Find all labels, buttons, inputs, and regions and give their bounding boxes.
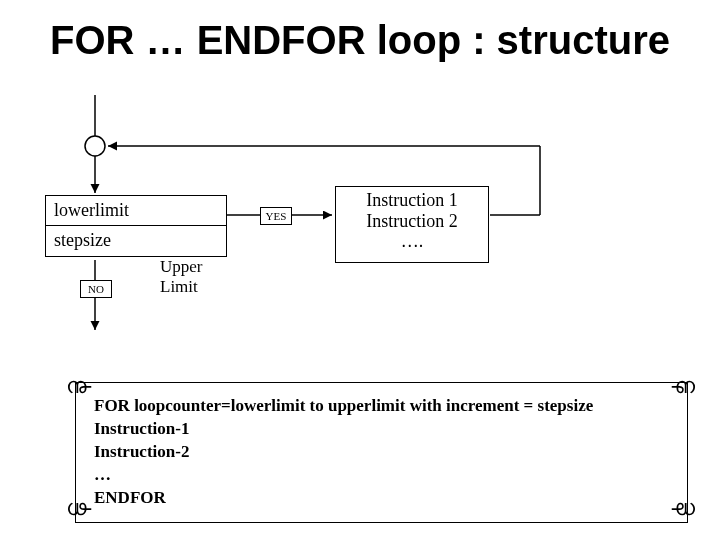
code-panel: FOR loopcounter=lowerlimit to upperlimit… [75, 382, 688, 523]
lowerlimit-label: lowerlimit [54, 200, 129, 221]
scroll-curl-icon: ൹ [66, 497, 91, 523]
instruction-ellipsis: …. [336, 231, 488, 252]
svg-point-1 [85, 136, 105, 156]
code-line-2: Instruction-1 [94, 418, 669, 441]
code-line-4: … [94, 464, 669, 487]
yes-label: YES [260, 207, 292, 225]
upper-limit-label: Upper Limit [160, 257, 202, 296]
instruction-1: Instruction 1 [336, 190, 488, 211]
stepsize-label: stepsize [54, 230, 111, 251]
scroll-curl-icon: ൹ [672, 373, 697, 399]
scroll-curl-icon: ൹ [672, 497, 697, 523]
instructions-box: Instruction 1 Instruction 2 …. [335, 186, 489, 263]
loop-parameter-box: lowerlimit stepsize [45, 195, 227, 257]
code-line-1: FOR loopcounter=lowerlimit to upperlimit… [94, 395, 669, 418]
code-line-3: Instruction-2 [94, 441, 669, 464]
instruction-2: Instruction 2 [336, 211, 488, 232]
no-label: NO [80, 280, 112, 298]
code-line-5: ENDFOR [94, 487, 669, 510]
scroll-curl-icon: ൹ [66, 373, 91, 399]
